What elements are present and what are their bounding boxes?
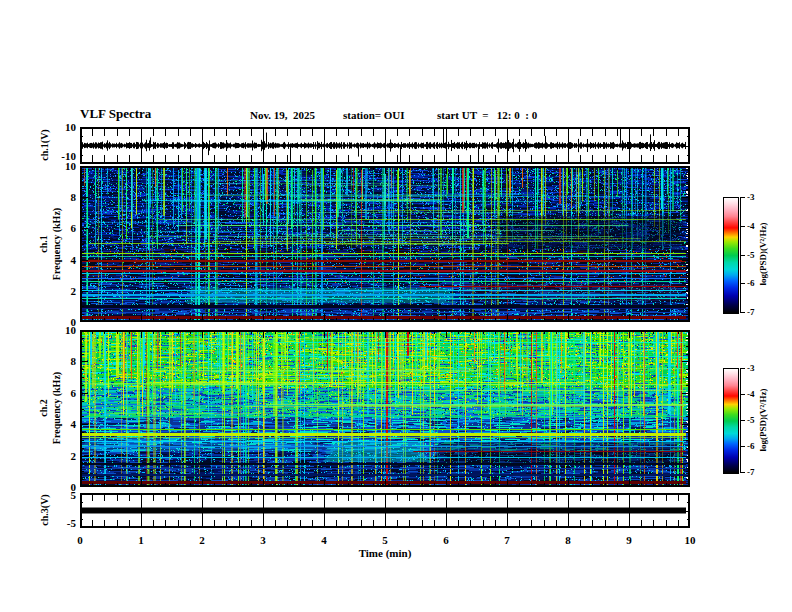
- freq-tick-label: 6: [44, 222, 76, 234]
- ch1-voltage-panel: [80, 127, 690, 164]
- colorbar-tick-label: -4: [747, 221, 755, 231]
- x-tick-label: 0: [65, 534, 95, 546]
- ch3-voltage-panel: [80, 493, 690, 528]
- start-ut-label: start UT = 12: 0 : 0: [437, 109, 537, 121]
- freq-tick-label: 10: [44, 324, 76, 336]
- colorbar-tick: [740, 255, 745, 256]
- volt-tick-label: -10: [44, 150, 76, 162]
- colorbar-ch2: [723, 368, 739, 474]
- colorbar-tick: [740, 368, 745, 369]
- ch2-spectrogram-panel: [80, 330, 690, 487]
- colorbar-tick: [740, 420, 745, 421]
- ch3-voltage-axis-label: ch.3(V): [39, 450, 51, 570]
- x-tick-label: 4: [309, 534, 339, 546]
- x-axis-label: Time (min): [345, 547, 425, 559]
- x-tick-label: 1: [126, 534, 156, 546]
- colorbar-tick-label: -6: [747, 441, 755, 451]
- colorbar-tick-label: -5: [747, 250, 755, 260]
- colorbar-tick-label: -3: [747, 363, 755, 373]
- x-tick-label: 6: [431, 534, 461, 546]
- x-tick-label: 5: [370, 534, 400, 546]
- colorbar-tick-label: -7: [747, 467, 755, 477]
- freq-tick-label: 8: [44, 191, 76, 203]
- colorbar-tick-label: -4: [747, 389, 755, 399]
- x-tick-label: 8: [553, 534, 583, 546]
- ch1-spectrogram-panel: [80, 166, 690, 322]
- colorbar-tick-label: -7: [747, 307, 755, 317]
- colorbar-tick: [740, 472, 745, 473]
- vlf-spectra-figure: VLF Spectra Nov. 19, 2025 station= OUI s…: [0, 0, 792, 612]
- colorbar-tick: [740, 446, 745, 447]
- x-tick-label: 9: [614, 534, 644, 546]
- colorbar-ch1: [723, 197, 739, 314]
- freq-tick-label: 4: [44, 254, 76, 266]
- freq-tick-label: 2: [44, 450, 76, 462]
- colorbar-tick: [740, 394, 745, 395]
- date-label: Nov. 19, 2025: [250, 109, 315, 121]
- freq-tick-label: 6: [44, 387, 76, 399]
- volt-tick-label: 5: [44, 489, 76, 501]
- freq-tick-label: 2: [44, 285, 76, 297]
- figure-title: VLF Spectra: [80, 106, 151, 122]
- volt-tick-label: 10: [44, 121, 76, 133]
- x-tick-label: 10: [675, 534, 705, 546]
- x-tick-label: 7: [492, 534, 522, 546]
- colorbar-ch1-label: log(PSD)(V²/Hz): [757, 184, 769, 324]
- colorbar-tick: [740, 283, 745, 284]
- colorbar-tick-label: -5: [747, 415, 755, 425]
- freq-tick-label: 8: [44, 355, 76, 367]
- colorbar-tick: [740, 226, 745, 227]
- colorbar-ch2-label: log(PSD)(V²/Hz): [757, 350, 769, 490]
- station-label: station= OUI: [343, 109, 405, 121]
- freq-tick-label: 4: [44, 418, 76, 430]
- colorbar-tick: [740, 197, 745, 198]
- colorbar-tick: [740, 312, 745, 313]
- x-tick-label: 3: [248, 534, 278, 546]
- colorbar-tick-label: -3: [747, 192, 755, 202]
- x-tick-label: 2: [187, 534, 217, 546]
- colorbar-tick-label: -6: [747, 278, 755, 288]
- volt-tick-label: -5: [44, 517, 76, 529]
